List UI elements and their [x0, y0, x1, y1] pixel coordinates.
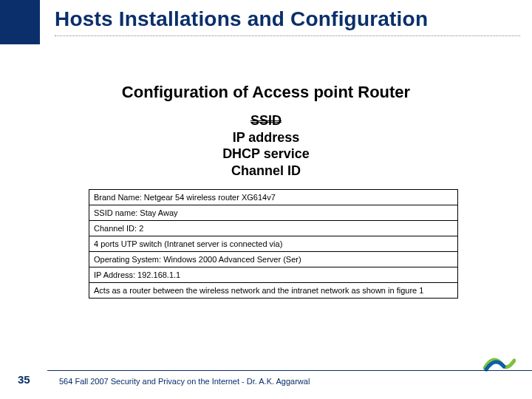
- config-ssid: SSID: [250, 113, 282, 128]
- footer-text: 564 Fall 2007 Security and Privacy on th…: [59, 377, 310, 386]
- page-title: Hosts Installations and Configuration: [55, 7, 520, 31]
- page-number: 35: [18, 373, 30, 386]
- header-accent-block: [0, 0, 40, 44]
- config-ip: IP address: [0, 129, 532, 146]
- title-area: Hosts Installations and Configuration: [55, 7, 520, 36]
- table-row: Operating System: Windows 2000 Advanced …: [89, 251, 457, 267]
- slide: Hosts Installations and Configuration Co…: [0, 0, 532, 399]
- config-dhcp: DHCP service: [0, 146, 532, 163]
- footer-divider: [47, 370, 532, 371]
- table-row: Brand Name: Netgear 54 wireless router X…: [89, 190, 457, 205]
- subtitle: Configuration of Access point Router: [0, 83, 532, 102]
- footer: 35 564 Fall 2007 Security and Privacy on…: [0, 371, 532, 387]
- config-channel: Channel ID: [0, 163, 532, 180]
- table-row: SSID name: Stay Away: [89, 205, 457, 220]
- config-list: SSID IP address DHCP service Channel ID: [0, 112, 532, 179]
- table-row: Acts as a router between the wireless ne…: [89, 282, 457, 298]
- info-table: Brand Name: Netgear 54 wireless router X…: [89, 189, 458, 299]
- title-underline: [55, 35, 520, 36]
- table-row: IP Address: 192.168.1.1: [89, 267, 457, 282]
- table-row: Channel ID: 2: [89, 220, 457, 236]
- table-row: 4 ports UTP switch (Intranet server is c…: [89, 236, 457, 251]
